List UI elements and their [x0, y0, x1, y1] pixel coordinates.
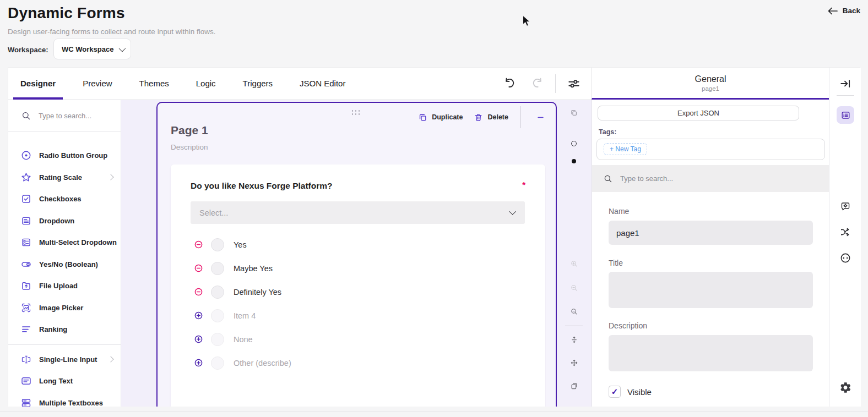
tab-translation[interactable]: [839, 252, 851, 264]
question-title[interactable]: Do you like Nexus Forge Platform?: [191, 181, 333, 191]
property-search[interactable]: [592, 165, 829, 192]
duplicate-page-button[interactable]: Duplicate: [418, 113, 463, 122]
remove-choice-icon[interactable]: [194, 264, 203, 273]
zoom-in-button[interactable]: [567, 260, 581, 268]
panel-tab-strip: [829, 68, 861, 407]
tab-question-settings[interactable]: [839, 201, 851, 212]
tab-general-properties[interactable]: [837, 106, 854, 124]
toolbox-item-ranking[interactable]: Ranking: [8, 319, 121, 341]
tab-triggers[interactable]: Triggers: [236, 68, 280, 99]
zoom-out-button[interactable]: [567, 308, 581, 316]
toolbox-item-dropdown[interactable]: Dropdown: [8, 210, 121, 232]
horizontal-scrollbar-track[interactable]: [0, 411, 868, 412]
toolbox-item-radio-button-group[interactable]: Radio Button Group: [8, 145, 121, 167]
sliders-icon: [567, 76, 581, 91]
flow-arrows-icon: [839, 226, 851, 238]
delete-page-button[interactable]: Delete: [474, 113, 508, 122]
add-choice-icon[interactable]: [194, 311, 203, 320]
radio-circle[interactable]: [211, 262, 224, 275]
toolbox-item-multiselect-dropdown[interactable]: Multi-Select Dropdown: [8, 232, 121, 254]
radio-circle[interactable]: [211, 286, 224, 299]
toolbox-item-checkboxes[interactable]: Checkboxes: [8, 188, 121, 210]
back-button[interactable]: Back: [828, 7, 860, 15]
toolbox-search[interactable]: [8, 100, 121, 131]
duplicate-page-mini-button[interactable]: [567, 109, 581, 117]
collapse-panel-button[interactable]: [839, 78, 851, 90]
surface-settings-button[interactable]: [567, 382, 581, 390]
choice-label[interactable]: Yes: [234, 240, 247, 249]
add-choice-icon[interactable]: [194, 358, 203, 367]
add-choice-icon[interactable]: [194, 334, 203, 344]
choice-label[interactable]: Item 4: [234, 311, 256, 320]
description-field[interactable]: [609, 335, 813, 371]
dynamic-forms-app: Dynamic Forms Design user-facing forms t…: [0, 0, 868, 417]
fit-page-button[interactable]: [567, 359, 581, 367]
visible-checkbox-row[interactable]: ✓ Visible: [609, 386, 652, 398]
page-navigator-dot-icon[interactable]: [567, 159, 581, 163]
toolbox-divider: [8, 344, 121, 345]
tab-designer[interactable]: Designer: [13, 68, 63, 99]
toolbox-search-input[interactable]: [39, 112, 110, 120]
checkboxes-icon: [20, 193, 32, 205]
toolbox-item-file-upload[interactable]: File Upload: [8, 275, 121, 297]
toolbox-item-long-text[interactable]: Long Text: [8, 370, 121, 392]
toolbox-item-image-picker[interactable]: Image Picker: [8, 297, 121, 319]
undo-button[interactable]: [503, 76, 517, 90]
page-description-placeholder[interactable]: Description: [171, 143, 208, 151]
tab-logic-flow[interactable]: [839, 226, 851, 238]
designer-settings-button[interactable]: [567, 76, 581, 91]
export-json-button[interactable]: Export JSON: [598, 106, 799, 120]
title-field[interactable]: [609, 272, 813, 308]
long-text-icon: [20, 375, 32, 387]
tab-preview[interactable]: Preview: [75, 68, 119, 99]
chat-gear-icon: [839, 201, 851, 212]
radio-circle[interactable]: [211, 309, 224, 322]
question-select[interactable]: Select...: [191, 201, 525, 224]
fit-height-button[interactable]: [567, 336, 581, 344]
visible-label: Visible: [627, 387, 652, 397]
toolbox-item-rating-scale[interactable]: Rating Scale: [8, 167, 121, 189]
name-field[interactable]: [609, 221, 813, 245]
tab-themes[interactable]: Themes: [132, 68, 176, 99]
workspace-label: Workspace:: [8, 46, 48, 54]
name-label: Name: [609, 207, 629, 216]
file-upload-icon: [20, 280, 32, 292]
creator-settings-button[interactable]: [839, 381, 851, 394]
property-panel-title: General: [695, 74, 726, 84]
page-name[interactable]: Page 1: [171, 124, 208, 137]
choice-row: Other (describe): [171, 351, 545, 375]
toolbox-item-label: Ranking: [39, 325, 67, 333]
radio-circle[interactable]: [211, 333, 224, 346]
choice-label[interactable]: Definitely Yes: [234, 288, 281, 297]
workspace-select[interactable]: WC Workspace: [53, 39, 131, 59]
workspace-value: WC Workspace: [62, 45, 113, 53]
redo-button[interactable]: [530, 76, 544, 90]
delete-label: Delete: [487, 113, 508, 121]
toolbox-item-single-line-input[interactable]: Single-Line Input: [8, 349, 121, 371]
radio-circle[interactable]: [211, 238, 224, 251]
page-navigator-current-icon[interactable]: [567, 141, 581, 146]
choice-label[interactable]: Other (describe): [234, 359, 291, 367]
checkbox-checked-icon[interactable]: ✓: [609, 386, 621, 398]
remove-choice-icon[interactable]: [194, 240, 203, 249]
drag-handle-icon[interactable]: [352, 110, 362, 117]
radio-circle[interactable]: [211, 356, 224, 370]
property-search-input[interactable]: [620, 174, 730, 183]
new-tag-button[interactable]: + New Tag: [604, 143, 647, 155]
toolbox-item-label: Long Text: [39, 377, 73, 385]
zoom-reset-button[interactable]: [567, 284, 581, 292]
tab-json-editor[interactable]: JSON Editor: [292, 68, 352, 99]
page-card[interactable]: Duplicate Delete Page 1 Description: [156, 102, 557, 407]
collapse-page-button[interactable]: [533, 113, 548, 122]
tab-logic[interactable]: Logic: [189, 68, 223, 99]
question-card[interactable]: Do you like Nexus Forge Platform? * Sele…: [171, 164, 545, 407]
toolbox-item-multiple-textboxes[interactable]: Multiple Textboxes: [8, 392, 121, 407]
choice-label[interactable]: None: [234, 335, 253, 344]
multiselect-dropdown-icon: [20, 237, 32, 248]
toolbox-item-boolean[interactable]: Yes/No (Boolean): [8, 254, 121, 276]
remove-choice-icon[interactable]: [194, 287, 203, 297]
gear-icon: [839, 381, 851, 394]
choice-label[interactable]: Maybe Yes: [234, 264, 273, 273]
trash-icon: [474, 113, 483, 122]
toolbar-divider: [555, 74, 556, 93]
